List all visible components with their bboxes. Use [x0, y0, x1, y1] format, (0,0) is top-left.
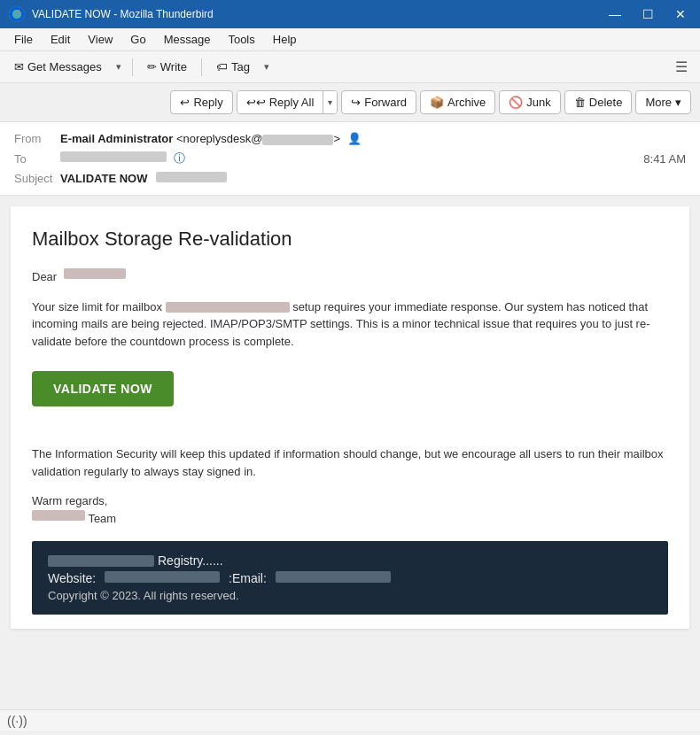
subject-value: VALIDATE NOW — [60, 172, 686, 185]
minimize-button[interactable]: — — [603, 6, 626, 22]
email-time: 8:41 AM — [643, 152, 686, 166]
email-footer-banner: Registry...... Website: :Email: Copyrigh… — [32, 541, 668, 615]
get-messages-button[interactable]: ✉ Get Messages — [7, 58, 109, 76]
reply-all-split-button: ↩↩ Reply All ▾ — [237, 90, 338, 114]
reply-all-dropdown-button[interactable]: ▾ — [323, 91, 337, 113]
more-dropdown-icon: ▾ — [675, 96, 681, 109]
sender-email: <noreplysdesk@ > — [176, 132, 340, 145]
junk-icon: 🚫 — [509, 96, 523, 109]
to-value: ⓘ — [60, 151, 643, 166]
menu-file[interactable]: File — [7, 31, 40, 48]
menu-go[interactable]: Go — [123, 31, 152, 48]
junk-button[interactable]: 🚫 Junk — [499, 90, 560, 114]
toolbar: ✉ Get Messages ▾ ✏ Write 🏷 Tag ▾ ☰ — [0, 51, 700, 83]
archive-button[interactable]: 📦 Archive — [420, 90, 495, 114]
website-row: Website: :Email: — [48, 571, 652, 585]
from-row: From E-mail Administrator <noreplysdesk@… — [14, 129, 686, 148]
menu-view[interactable]: View — [81, 31, 120, 48]
action-bar: ↩ Reply ↩↩ Reply All ▾ ↪ Forward 📦 Archi… — [0, 83, 700, 122]
title-bar-controls: — ☐ ✕ — [603, 6, 691, 22]
menu-message[interactable]: Message — [157, 31, 218, 48]
trash-icon: 🗑 — [574, 96, 586, 109]
validate-button-container: VALIDATE NOW — [32, 362, 668, 428]
title-bar-title: VALIDATE NOW - Mozilla Thunderbird — [32, 8, 214, 20]
status-bar: ((·)) — [0, 709, 700, 731]
menu-bar: File Edit View Go Message Tools Help — [0, 28, 700, 51]
reply-all-button[interactable]: ↩↩ Reply All — [237, 91, 323, 113]
forward-button[interactable]: ↪ Forward — [341, 90, 416, 114]
to-row: To ⓘ 8:41 AM — [14, 148, 686, 169]
archive-icon: 📦 — [430, 96, 444, 109]
thunderbird-icon — [9, 6, 25, 22]
delete-button[interactable]: 🗑 Delete — [564, 90, 633, 114]
subject-row: Subject VALIDATE NOW — [14, 169, 686, 188]
reply-all-icon: ↩↩ — [246, 96, 266, 109]
email-card: HTC HTC Mailbox Storage Re-validation De… — [11, 206, 689, 629]
subject-bold: VALIDATE NOW — [60, 172, 147, 185]
warm-regards: Warm regards, Team — [32, 492, 668, 527]
title-bar: VALIDATE NOW - Mozilla Thunderbird — ☐ ✕ — [0, 0, 700, 28]
get-messages-dropdown[interactable]: ▾ — [113, 58, 125, 75]
sender-info-icon[interactable]: 👤 — [347, 132, 362, 145]
dear-paragraph: Dear — [32, 268, 668, 286]
close-button[interactable]: ✕ — [670, 6, 691, 22]
sender-name: E-mail Administrator — [60, 132, 173, 145]
reply-icon: ↩ — [180, 96, 190, 109]
menu-edit[interactable]: Edit — [43, 31, 77, 48]
more-button[interactable]: More ▾ — [635, 90, 691, 114]
from-label: From — [14, 132, 60, 145]
tag-button[interactable]: 🏷 Tag — [209, 58, 257, 76]
email-label: :Email: — [229, 571, 267, 585]
email-content-area: HTC HTC Mailbox Storage Re-validation De… — [0, 196, 700, 709]
registry-label: Registry...... — [158, 553, 223, 568]
menu-tools[interactable]: Tools — [221, 31, 261, 48]
menu-help[interactable]: Help — [266, 31, 304, 48]
from-value: E-mail Administrator <noreplysdesk@ > 👤 — [60, 132, 686, 145]
write-button[interactable]: ✏ Write — [140, 58, 194, 76]
body-paragraph-2: The Information Security will keep this … — [32, 445, 668, 480]
reply-button[interactable]: ↩ Reply — [170, 90, 232, 114]
toolbar-separator-1 — [132, 58, 133, 76]
body-paragraph-1: Your size limit for mailbox setup requir… — [32, 298, 668, 351]
to-label: To — [14, 152, 60, 166]
email-heading: Mailbox Storage Re-validation — [32, 228, 668, 251]
validate-now-button[interactable]: VALIDATE NOW — [32, 371, 174, 406]
maximize-button[interactable]: ☐ — [637, 6, 659, 22]
pencil-icon: ✏ — [147, 60, 157, 74]
tag-dropdown[interactable]: ▾ — [261, 58, 273, 75]
copyright-row: Copyright © 2023. All rights reserved. — [48, 589, 652, 602]
email-body: Mailbox Storage Re-validation Dear Your … — [11, 206, 689, 629]
envelope-icon: ✉ — [14, 60, 24, 74]
to-info-icon[interactable]: ⓘ — [174, 151, 185, 165]
tag-icon: 🏷 — [216, 60, 228, 74]
forward-icon: ↪ — [351, 96, 361, 109]
email-header: From E-mail Administrator <noreplysdesk@… — [0, 122, 700, 196]
registry-row: Registry...... — [48, 553, 652, 568]
website-label: Website: — [48, 571, 96, 585]
title-bar-left: VALIDATE NOW - Mozilla Thunderbird — [9, 6, 214, 22]
subject-label: Subject — [14, 172, 60, 185]
toolbar-separator-2 — [201, 58, 202, 76]
wifi-icon: ((·)) — [7, 714, 27, 728]
hamburger-menu-button[interactable]: ☰ — [670, 56, 693, 78]
